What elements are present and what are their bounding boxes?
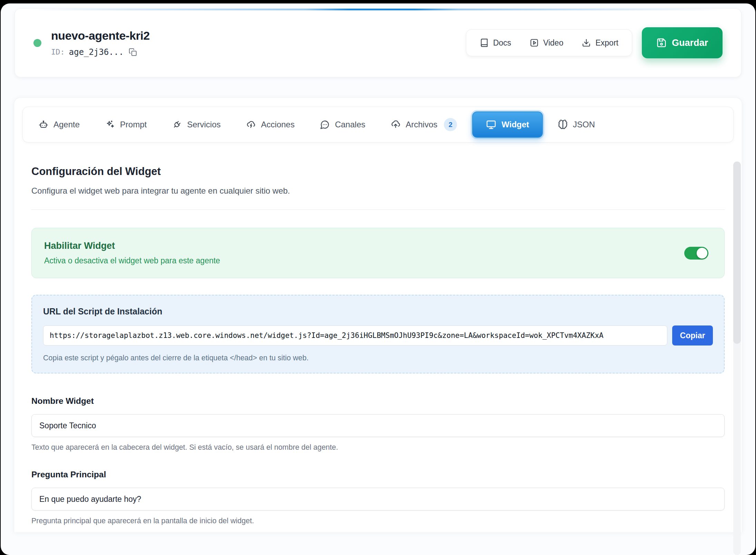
sparkles-icon bbox=[105, 120, 115, 129]
docs-button-label: Docs bbox=[493, 38, 511, 48]
main-question-input[interactable] bbox=[31, 488, 725, 510]
tab-label: Acciones bbox=[261, 120, 295, 129]
agent-title: nuevo-agente-kri2 bbox=[51, 29, 150, 42]
page-title: Configuración del Widget bbox=[31, 165, 725, 178]
app-window: nuevo-agente-kri2 ID: age_2j36... bbox=[1, 3, 755, 555]
agent-id-row: ID: age_2j36... bbox=[51, 47, 150, 57]
page-subtitle: Configura el widget web para integrar tu… bbox=[31, 186, 725, 196]
robot-icon bbox=[39, 120, 48, 129]
scrollbar-track[interactable] bbox=[733, 162, 741, 555]
copy-id-button[interactable] bbox=[129, 48, 137, 56]
install-script-card: URL del Script de Instalación Copiar Cop… bbox=[31, 295, 725, 373]
enable-widget-title: Habilitar Widget bbox=[44, 241, 220, 251]
widget-name-field-group: Nombre Widget Texto que aparecerá en la … bbox=[31, 396, 725, 452]
tab-agente[interactable]: Agente bbox=[28, 113, 90, 136]
archivos-count-badge: 2 bbox=[444, 118, 457, 131]
tab-acciones[interactable]: Acciones bbox=[236, 113, 305, 136]
widget-name-help: Texto que aparecerá en la cabecera del w… bbox=[31, 443, 725, 452]
save-button-label: Guardar bbox=[672, 38, 708, 48]
tab-label: Widget bbox=[501, 120, 529, 129]
main-card: Agente Prompt Servicios Acciones bbox=[14, 97, 742, 532]
tab-label: Archivos bbox=[406, 120, 437, 129]
tab-canales[interactable]: Canales bbox=[310, 113, 376, 136]
scrollbar-thumb[interactable] bbox=[733, 162, 741, 344]
plug-icon bbox=[172, 120, 182, 129]
tab-prompt[interactable]: Prompt bbox=[95, 113, 157, 136]
tab-json[interactable]: JSON bbox=[548, 113, 605, 136]
cloud-upload-icon bbox=[391, 120, 400, 129]
brain-icon bbox=[558, 120, 568, 129]
book-icon bbox=[480, 38, 489, 47]
agent-id-label: ID: bbox=[51, 48, 65, 56]
script-url-input[interactable] bbox=[43, 325, 667, 345]
tab-label: Canales bbox=[335, 120, 365, 129]
agent-header-card: nuevo-agente-kri2 ID: age_2j36... bbox=[14, 8, 742, 77]
tab-label: Servicios bbox=[187, 120, 220, 129]
export-button-label: Export bbox=[595, 38, 618, 48]
tab-archivos[interactable]: Archivos 2 bbox=[380, 111, 467, 138]
save-icon bbox=[656, 38, 667, 48]
widget-config-section: Configuración del Widget Configura el wi… bbox=[14, 143, 742, 525]
enable-widget-card: Habilitar Widget Activa o desactiva el w… bbox=[31, 228, 725, 278]
download-icon bbox=[582, 38, 591, 47]
copy-script-button[interactable]: Copiar bbox=[672, 325, 713, 345]
enable-widget-toggle[interactable] bbox=[684, 247, 708, 260]
agent-info: nuevo-agente-kri2 ID: age_2j36... bbox=[33, 29, 150, 57]
cloud-lightning-icon bbox=[246, 120, 256, 129]
video-button-label: Video bbox=[543, 38, 563, 48]
tab-label: JSON bbox=[573, 120, 595, 129]
copy-icon bbox=[129, 48, 137, 56]
enable-widget-description: Activa o desactiva el widget web para es… bbox=[44, 256, 220, 265]
docs-button[interactable]: Docs bbox=[470, 30, 520, 56]
play-square-icon bbox=[530, 38, 539, 47]
main-question-field-group: Pregunta Principal Pregunta principal qu… bbox=[31, 470, 725, 525]
tab-label: Agente bbox=[53, 120, 80, 129]
divider bbox=[31, 210, 725, 210]
agent-id-value: age_2j36... bbox=[69, 47, 124, 57]
top-accent-line bbox=[15, 9, 741, 10]
install-script-title: URL del Script de Instalación bbox=[43, 306, 713, 317]
tab-bar: Agente Prompt Servicios Acciones bbox=[22, 107, 734, 143]
save-button[interactable]: Guardar bbox=[642, 27, 723, 58]
header-actions: Docs Video Export bbox=[466, 27, 723, 58]
tab-widget[interactable]: Widget bbox=[472, 111, 543, 138]
export-button[interactable]: Export bbox=[573, 30, 627, 56]
toggle-knob bbox=[697, 248, 707, 259]
chat-bubble-icon bbox=[320, 120, 330, 129]
agent-status-dot bbox=[33, 39, 41, 47]
video-button[interactable]: Video bbox=[520, 30, 573, 56]
header-links-group: Docs Video Export bbox=[466, 29, 632, 56]
tab-servicios[interactable]: Servicios bbox=[162, 113, 231, 136]
main-question-help: Pregunta principal que aparecerá en la p… bbox=[31, 517, 725, 525]
install-script-help: Copia este script y pégalo antes del cie… bbox=[43, 354, 713, 362]
main-question-label: Pregunta Principal bbox=[31, 470, 725, 479]
monitor-icon bbox=[486, 119, 496, 130]
widget-name-input[interactable] bbox=[31, 414, 725, 437]
tab-label: Prompt bbox=[120, 120, 147, 129]
widget-name-label: Nombre Widget bbox=[31, 396, 725, 406]
